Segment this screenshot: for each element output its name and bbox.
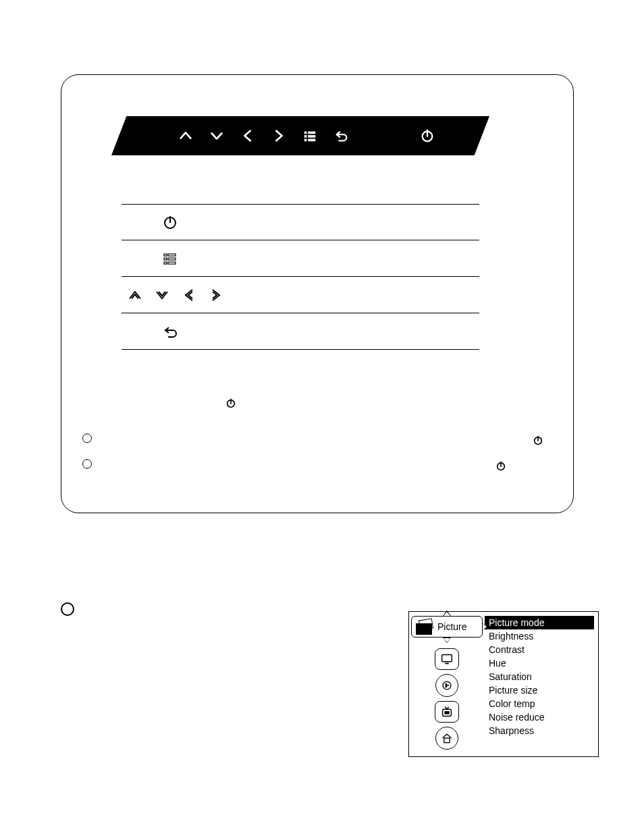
osd-category-label: Picture bbox=[437, 621, 467, 632]
row-back bbox=[122, 313, 479, 350]
menu-icon[interactable] bbox=[302, 128, 318, 144]
page: Picture Picture mode Brightness Contrast… bbox=[0, 0, 644, 832]
osd-menu: Picture Picture mode Brightness Contrast… bbox=[408, 611, 599, 757]
osd-item[interactable]: Noise reduce bbox=[485, 710, 594, 724]
left-icon bbox=[181, 287, 197, 303]
osd-category-selected[interactable]: Picture bbox=[411, 616, 483, 638]
power-icon bbox=[493, 458, 509, 474]
osd-item[interactable]: Brightness bbox=[485, 629, 594, 643]
up-icon[interactable] bbox=[178, 128, 194, 144]
picture-icon bbox=[416, 619, 435, 634]
osd-item[interactable]: Hue bbox=[485, 656, 594, 670]
right-icon[interactable] bbox=[271, 128, 287, 144]
osd-item[interactable]: Contrast bbox=[485, 643, 594, 656]
monitor-icon[interactable] bbox=[435, 648, 459, 670]
power-icon bbox=[530, 432, 546, 448]
home-icon[interactable] bbox=[435, 727, 458, 750]
down-icon bbox=[154, 287, 170, 303]
osd-item[interactable]: Picture mode bbox=[485, 616, 594, 629]
menu-icon bbox=[162, 251, 178, 267]
osd-item[interactable]: Saturation bbox=[485, 670, 594, 683]
power-icon bbox=[223, 395, 239, 411]
bullet-icon bbox=[82, 459, 92, 469]
panel-button-bar bbox=[111, 116, 489, 155]
left-icon[interactable] bbox=[240, 128, 256, 144]
osd-item[interactable]: Sharpness bbox=[485, 724, 594, 737]
row-menu bbox=[122, 240, 479, 277]
row-nav bbox=[122, 277, 479, 313]
power-icon bbox=[162, 214, 178, 230]
back-icon[interactable] bbox=[333, 128, 349, 144]
bullet-icon bbox=[82, 434, 92, 443]
power-icon[interactable] bbox=[419, 128, 435, 144]
up-icon bbox=[127, 287, 143, 303]
row-power bbox=[122, 204, 479, 240]
down-icon[interactable] bbox=[209, 128, 225, 144]
back-icon bbox=[162, 323, 178, 340]
osd-item-list: Picture mode Brightness Contrast Hue Sat… bbox=[485, 616, 594, 750]
osd-item[interactable]: Color temp bbox=[485, 697, 594, 710]
tv-icon[interactable] bbox=[435, 701, 459, 723]
bullet-icon bbox=[61, 602, 74, 616]
osd-item[interactable]: Picture size bbox=[485, 683, 594, 697]
osd-category-column: Picture bbox=[413, 616, 481, 750]
sound-icon[interactable] bbox=[435, 674, 458, 697]
right-icon bbox=[208, 287, 224, 303]
